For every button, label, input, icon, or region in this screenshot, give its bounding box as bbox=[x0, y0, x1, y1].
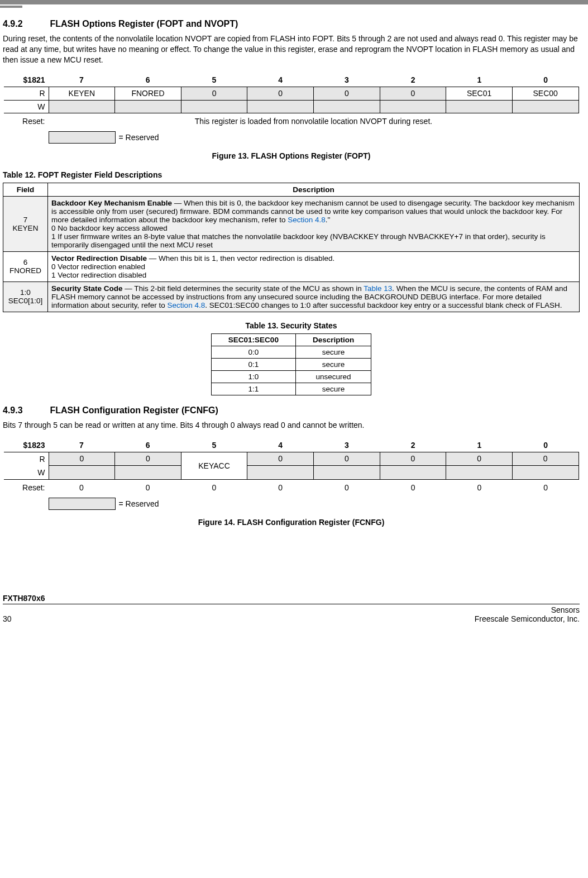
desc-body: — When this bit is 1, then vector redire… bbox=[147, 254, 334, 263]
bit-label: 1 bbox=[446, 441, 513, 450]
bit-label: 7 bbox=[49, 441, 115, 450]
field-name: FNORED bbox=[9, 266, 41, 275]
addr-label: $1823 bbox=[4, 441, 49, 450]
reset-val: 0 bbox=[247, 483, 314, 492]
link[interactable]: Table 13 bbox=[364, 284, 392, 293]
product-name: FXTH870x6 bbox=[3, 594, 580, 604]
reg-cell bbox=[115, 465, 181, 479]
bit-label: 2 bbox=[380, 75, 446, 84]
reg-cell bbox=[49, 465, 115, 479]
r-label: R bbox=[4, 452, 49, 466]
section-body: During reset, the contents of the nonvol… bbox=[3, 34, 580, 65]
th: SEC01:SEC00 bbox=[211, 333, 295, 346]
field-name: KEYEN bbox=[13, 224, 39, 232]
field-num: 7 bbox=[23, 216, 28, 224]
reset-val: 0 bbox=[380, 483, 446, 492]
table13-title: Table 13. Security States bbox=[3, 321, 580, 330]
reset-label: Reset: bbox=[4, 117, 49, 126]
reset-val: 0 bbox=[114, 483, 181, 492]
table12: Field Description 7 KEYEN Backdoor Key M… bbox=[3, 183, 580, 312]
td: 1:1 bbox=[211, 383, 295, 395]
reserved-swatch bbox=[49, 498, 116, 510]
desc-cell: Security State Code — This 2-bit field d… bbox=[48, 281, 580, 312]
td: secure bbox=[295, 346, 371, 358]
page-number: 30 bbox=[3, 614, 12, 623]
bit-label: 0 bbox=[513, 441, 579, 450]
reg-cell: 0 bbox=[247, 452, 313, 466]
reg-cell bbox=[512, 101, 579, 113]
desc-cell: Backdoor Key Mechanism Enable — When thi… bbox=[48, 196, 580, 251]
reset-val: 0 bbox=[181, 483, 247, 492]
th-desc: Description bbox=[48, 183, 580, 196]
td: secure bbox=[295, 383, 371, 395]
desc-body: — This 2-bit field determines the securi… bbox=[123, 284, 364, 293]
bit-label: 5 bbox=[181, 75, 247, 84]
field-cell: 6 FNORED bbox=[3, 251, 48, 281]
td: 0:1 bbox=[211, 358, 295, 370]
section-title: FLASH Configuration Register (FCNFG) bbox=[50, 405, 218, 415]
reg-cell bbox=[314, 465, 380, 479]
reset-val: 0 bbox=[49, 483, 115, 492]
reg-cell bbox=[513, 465, 579, 479]
bit-label: 4 bbox=[247, 75, 314, 84]
reg-cell bbox=[380, 465, 446, 479]
reg-cell: 0 bbox=[513, 452, 579, 466]
reserved-label: = Reserved bbox=[119, 499, 159, 508]
reg-cell bbox=[181, 101, 247, 113]
footer-right2: Freescale Semiconductor, Inc. bbox=[475, 614, 580, 623]
field-name: SEC0[1:0] bbox=[8, 297, 43, 305]
desc-body: . SEC01:SEC00 changes to 1:0 after succe… bbox=[205, 301, 562, 309]
reg-cell-keyacc: KEYACC bbox=[181, 452, 247, 479]
section-heading-fopt: 4.9.2 FLASH Options Register (FOPT and N… bbox=[3, 19, 580, 29]
section-number: 4.9.3 bbox=[3, 405, 47, 416]
bit-label: 3 bbox=[314, 441, 380, 450]
reg-cell bbox=[49, 101, 115, 113]
addr-label: $1821 bbox=[4, 75, 49, 84]
reg-cell: SEC00 bbox=[512, 87, 579, 100]
register-diagram-fopt: $1821 7 6 5 4 3 2 1 0 R KEYEN FNORED 0 0… bbox=[4, 73, 579, 144]
reg-cell: KEYEN bbox=[49, 87, 115, 100]
w-label: W bbox=[4, 102, 49, 111]
bit-label: 4 bbox=[247, 441, 314, 450]
figure14-caption: Figure 14. FLASH Configuration Register … bbox=[3, 518, 580, 527]
field-cell: 1:0 SEC0[1:0] bbox=[3, 281, 48, 312]
reg-cell bbox=[380, 101, 446, 113]
header-bar bbox=[0, 0, 588, 4]
td: unsecured bbox=[295, 370, 371, 383]
opt-line: 0 Vector redirection enabled bbox=[51, 263, 145, 271]
reset-val: 0 bbox=[314, 483, 380, 492]
reg-cell bbox=[446, 465, 512, 479]
reg-cell: 0 bbox=[314, 452, 380, 466]
th-field: Field bbox=[3, 183, 48, 196]
field-cell: 7 KEYEN bbox=[3, 196, 48, 251]
reset-val: 0 bbox=[513, 483, 579, 492]
th: Description bbox=[295, 333, 371, 346]
reg-cell bbox=[313, 101, 380, 113]
reg-cell bbox=[114, 101, 181, 113]
field-num: 6 bbox=[23, 258, 28, 266]
opt-line: 1 If user firmware writes an 8-byte valu… bbox=[51, 232, 546, 249]
table12-title: Table 12. FOPT Register Field Descriptio… bbox=[3, 170, 580, 179]
desc-title: Vector Redirection Disable bbox=[51, 254, 147, 263]
reg-cell: 0 bbox=[247, 87, 313, 100]
reg-cell: FNORED bbox=[114, 87, 181, 100]
bit-label: 7 bbox=[49, 75, 115, 84]
td: secure bbox=[295, 358, 371, 370]
link[interactable]: Section 4.8 bbox=[288, 216, 326, 224]
link[interactable]: Section 4.8 bbox=[168, 301, 205, 309]
section-number: 4.9.2 bbox=[3, 19, 47, 29]
bit-label: 1 bbox=[446, 75, 513, 84]
section-title: FLASH Options Register (FOPT and NVOPT) bbox=[50, 19, 238, 28]
desc-title: Security State Code bbox=[51, 284, 123, 293]
field-num: 1:0 bbox=[20, 288, 31, 297]
r-label: R bbox=[4, 89, 49, 98]
reg-cell: 0 bbox=[313, 87, 380, 100]
reg-cell: 0 bbox=[115, 452, 181, 466]
reg-cell bbox=[247, 101, 313, 113]
bit-label: 0 bbox=[513, 75, 579, 84]
reset-val: 0 bbox=[446, 483, 513, 492]
bit-label: 6 bbox=[114, 441, 181, 450]
bit-label: 3 bbox=[314, 75, 380, 84]
reg-cell: 0 bbox=[181, 87, 247, 100]
desc-cell: Vector Redirection Disable — When this b… bbox=[48, 251, 580, 281]
